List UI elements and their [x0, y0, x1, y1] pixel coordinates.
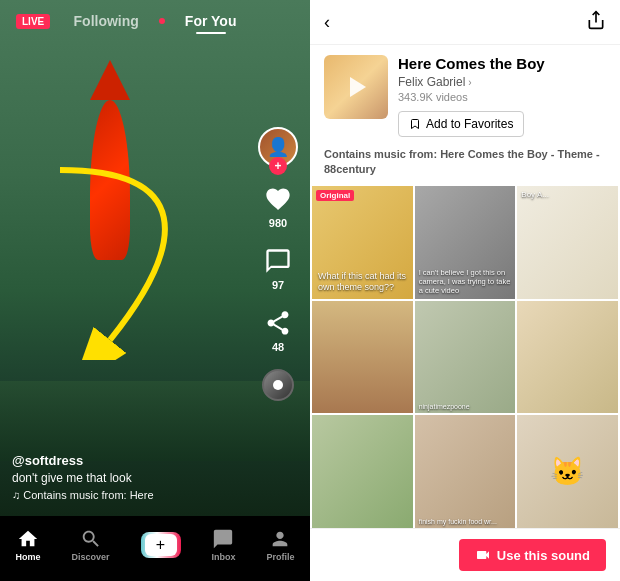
create-button[interactable]: +: [141, 532, 181, 558]
grid-cell-5[interactable]: ninjatimezpoone: [415, 301, 516, 414]
artist-name: Felix Gabriel: [398, 75, 465, 89]
comment-icon: [262, 245, 294, 277]
follow-button[interactable]: +: [269, 157, 287, 175]
grid-cell-4[interactable]: [312, 301, 413, 414]
live-badge: LIVE: [16, 14, 50, 29]
play-icon: [350, 77, 366, 97]
like-count: 980: [269, 217, 287, 229]
sound-artist[interactable]: Felix Gabriel ›: [398, 75, 606, 89]
like-icon: [262, 183, 294, 215]
comment-count: 97: [272, 279, 284, 291]
grid-cell-9[interactable]: 🐱: [517, 415, 618, 528]
cell-1-overlay: What if this cat had its own theme song?…: [316, 269, 409, 295]
grid-cell-8[interactable]: finish my fuckin food wr...: [415, 415, 516, 528]
grid-cell-3[interactable]: Boy A...: [517, 186, 618, 299]
top-bar: LIVE Following For You: [0, 0, 310, 42]
sound-video-count: 343.9K videos: [398, 91, 606, 103]
nav-profile-label: Profile: [266, 552, 294, 562]
active-tab-indicator: [196, 32, 226, 34]
rocket-tip: [90, 60, 130, 100]
bottom-action-bar: Use this sound: [310, 528, 620, 581]
grid-cell-6[interactable]: [517, 301, 618, 414]
following-tab[interactable]: Following: [74, 13, 139, 29]
cell-6-content: [517, 301, 618, 414]
nav-inbox-label: Inbox: [211, 552, 235, 562]
share-button[interactable]: [586, 10, 606, 34]
video-info: @softdress don't give me that look ♫ Con…: [12, 453, 250, 501]
plus-icon: +: [145, 534, 177, 556]
cell-3-overlay: Boy A...: [521, 190, 614, 200]
nav-home-label: Home: [15, 552, 40, 562]
sound-title: Here Comes the Boy: [398, 55, 606, 73]
creator-avatar-wrap[interactable]: 👤 +: [258, 127, 298, 167]
right-panel: ‹ Here Comes the Boy Felix Gabriel › 343…: [310, 0, 620, 581]
cell-5-overlay: ninjatimezpoone: [419, 403, 512, 411]
cell-2-overlay: I can't believe I got this on camera, I …: [419, 268, 512, 295]
artist-chevron: ›: [468, 77, 471, 88]
video-caption: don't give me that look: [12, 471, 250, 485]
cell-8-content: [415, 415, 516, 528]
nav-profile[interactable]: Profile: [266, 528, 294, 562]
left-panel: LIVE Following For You 👤 + 980: [0, 0, 310, 581]
music-text: ♫ Contains music from: Here: [12, 489, 154, 501]
video-username[interactable]: @softdress: [12, 453, 250, 468]
bottom-navigation: Home Discover + Inbox Profile: [0, 516, 310, 581]
add-to-favorites-button[interactable]: Add to Favorites: [398, 111, 524, 137]
sound-page-header: ‹: [310, 0, 620, 45]
arrow-overlay: [30, 160, 210, 360]
like-action[interactable]: 980: [262, 183, 294, 229]
live-dot: [159, 18, 165, 24]
music-disc: [262, 369, 294, 401]
nav-home[interactable]: Home: [15, 528, 40, 562]
cell-9-content: 🐱: [517, 415, 618, 528]
use-this-sound-button[interactable]: Use this sound: [459, 539, 606, 571]
cell-7-content: [312, 415, 413, 528]
nav-discover[interactable]: Discover: [71, 528, 109, 562]
cell-5-content: [415, 301, 516, 414]
cell-3-content: [517, 186, 618, 299]
for-you-tab[interactable]: For You: [185, 13, 237, 29]
original-label: Original: [316, 190, 354, 201]
sound-details: Here Comes the Boy Felix Gabriel › 343.9…: [398, 55, 606, 137]
sound-thumbnail: [324, 55, 388, 119]
share-action[interactable]: 48: [262, 307, 294, 353]
contains-music-prefix: Contains music from:: [324, 148, 440, 160]
grid-cell-2[interactable]: I can't believe I got this on camera, I …: [415, 186, 516, 299]
contains-music-text: Contains music from: Here Comes the Boy …: [310, 147, 620, 186]
sound-info-section: Here Comes the Boy Felix Gabriel › 343.9…: [310, 45, 620, 147]
thumbnail-inner: [324, 55, 388, 119]
add-favorites-label: Add to Favorites: [426, 117, 513, 131]
comment-action[interactable]: 97: [262, 245, 294, 291]
grid-cell-7[interactable]: [312, 415, 413, 528]
cell-4-content: [312, 301, 413, 414]
nav-discover-label: Discover: [71, 552, 109, 562]
grid-cell-1[interactable]: Original What if this cat had its own th…: [312, 186, 413, 299]
video-grid: Original What if this cat had its own th…: [310, 186, 620, 528]
share-icon: [262, 307, 294, 339]
use-sound-label: Use this sound: [497, 548, 590, 563]
nav-create[interactable]: +: [141, 532, 181, 558]
share-count: 48: [272, 341, 284, 353]
action-sidebar: 👤 + 980 97: [258, 127, 298, 401]
disc-icon: [262, 369, 294, 401]
cell-8-overlay: finish my fuckin food wr...: [419, 518, 512, 526]
back-button[interactable]: ‹: [324, 12, 330, 33]
nav-inbox[interactable]: Inbox: [211, 528, 235, 562]
music-row[interactable]: ♫ Contains music from: Here: [12, 489, 250, 501]
